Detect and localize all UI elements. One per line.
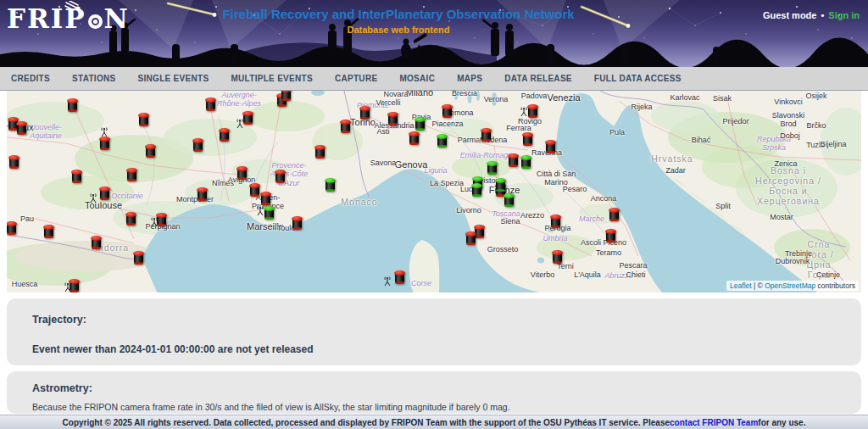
station-marker-red[interactable]: [527, 104, 538, 118]
contact-fripon-link[interactable]: contact FRIPON Team: [670, 418, 758, 427]
footer-text-pre: Copyright © 2025 All rights reserved. Da…: [63, 418, 670, 427]
sign-in-link[interactable]: Sign in: [828, 10, 860, 20]
attribution-suffix: contributors: [815, 281, 855, 290]
station-marker-red[interactable]: [481, 128, 492, 142]
footer-text-post: for any use.: [758, 418, 805, 427]
station-marker-red[interactable]: [16, 121, 27, 135]
nav-item-stations[interactable]: STATIONS: [72, 74, 115, 83]
station-marker-red[interactable]: [8, 155, 19, 169]
station-marker-red[interactable]: [550, 214, 561, 228]
footer: Copyright © 2025 All rights reserved. Da…: [0, 415, 868, 429]
page-subtitle: Database web frontend: [347, 25, 449, 35]
nav-item-multiple-events[interactable]: MULTIPLE EVENTS: [231, 74, 313, 83]
dot-separator: •: [821, 10, 824, 20]
station-marker-red[interactable]: [125, 212, 136, 226]
station-marker-red[interactable]: [197, 187, 208, 201]
station-marker-red[interactable]: [387, 112, 398, 125]
logo-ring-icon: [88, 14, 103, 29]
station-marker-red[interactable]: [205, 98, 216, 111]
map-attribution: Leaflet | © OpenStreetMap contributors: [726, 281, 859, 291]
page: FRIPN Fireball Recovery and InterPlaneta…: [0, 0, 868, 429]
trajectory-section: Trajectory: Event newer than 2024-01-01 …: [7, 298, 861, 365]
station-marker-green[interactable]: [487, 161, 498, 175]
station-marker-red[interactable]: [99, 136, 110, 150]
station-marker-red[interactable]: [219, 128, 230, 142]
station-marker-red[interactable]: [522, 132, 533, 146]
station-marker-red[interactable]: [552, 250, 563, 264]
station-marker-red[interactable]: [71, 170, 82, 183]
station-marker-red[interactable]: [314, 145, 326, 159]
main-navbar: CREDITSSTATIONSSINGLE EVENTSMULTIPLE EVE…: [0, 67, 868, 91]
fripon-logo[interactable]: FRIPN: [7, 3, 130, 34]
station-marker-red[interactable]: [508, 153, 519, 167]
station-marker-red[interactable]: [609, 208, 620, 221]
station-marker-red[interactable]: [281, 91, 292, 101]
station-marker-red[interactable]: [442, 104, 453, 118]
station-marker-red[interactable]: [394, 270, 405, 284]
station-marker-red[interactable]: [192, 138, 203, 152]
station-marker-red[interactable]: [242, 111, 253, 125]
station-marker-red[interactable]: [545, 140, 556, 153]
station-marker-red[interactable]: [340, 120, 351, 133]
header: FRIPN Fireball Recovery and InterPlaneta…: [0, 0, 868, 67]
station-marker-red[interactable]: [67, 98, 78, 112]
leaflet-link[interactable]: Leaflet: [730, 281, 752, 290]
logo-text-post: N: [104, 3, 130, 34]
station-marker-red[interactable]: [359, 106, 370, 120]
station-marker-red[interactable]: [145, 144, 156, 158]
nav-item-maps[interactable]: MAPS: [457, 74, 482, 83]
nav-item-credits[interactable]: CREDITS: [11, 74, 50, 83]
station-marker-red[interactable]: [7, 221, 17, 235]
logo-comet-icon: [64, 1, 86, 13]
page-title: Fireball Recovery and InterPlanetary Obs…: [222, 7, 574, 21]
station-marker-green[interactable]: [437, 134, 448, 148]
station-marker-red[interactable]: [69, 279, 80, 292]
station-marker-green[interactable]: [495, 178, 506, 192]
trajectory-heading: Trajectory:: [32, 314, 836, 326]
station-marker-red[interactable]: [91, 236, 102, 249]
station-marker-red[interactable]: [292, 216, 303, 230]
station-marker-red[interactable]: [409, 131, 420, 145]
station-marker-red[interactable]: [138, 113, 149, 126]
station-marker-red[interactable]: [605, 229, 616, 242]
stations-map[interactable]: Nouvelle- AquitaineAuvergne- Rhône-Alpes…: [7, 91, 861, 292]
station-marker-red[interactable]: [249, 183, 260, 197]
nav-item-mosaic[interactable]: MOSAIC: [399, 74, 435, 83]
station-marker-red[interactable]: [236, 166, 248, 180]
station-marker-green[interactable]: [504, 193, 515, 207]
station-marker-red[interactable]: [99, 187, 110, 200]
attribution-separator: | ©: [752, 281, 765, 290]
station-marker-red[interactable]: [126, 168, 137, 181]
trajectory-body: Event newer than 2024-01-01 00:00:00 are…: [32, 343, 836, 355]
nav-item-full-data-access[interactable]: FULL DATA ACCESS: [594, 74, 682, 83]
station-marker-red[interactable]: [156, 213, 167, 226]
station-marker-red[interactable]: [260, 192, 271, 205]
nav-item-single-events[interactable]: SINGLE EVENTS: [137, 74, 209, 83]
station-marker-red[interactable]: [275, 170, 286, 183]
account-area: Guest mode • Sign in: [763, 10, 860, 20]
astrometry-section: Astrometry: Because the FRIPON camera fr…: [7, 371, 861, 414]
station-marker-green[interactable]: [520, 155, 531, 169]
station-marker-red[interactable]: [43, 225, 54, 238]
astrometry-heading: Astrometry:: [32, 382, 836, 394]
station-marker-red[interactable]: [133, 251, 144, 265]
station-marker-green[interactable]: [471, 183, 482, 197]
station-marker-green[interactable]: [415, 117, 426, 131]
nav-item-data-release[interactable]: DATA RELEASE: [504, 74, 572, 83]
station-marker-red[interactable]: [465, 231, 476, 245]
nav-item-capture[interactable]: CAPTURE: [335, 74, 377, 83]
station-marker-green[interactable]: [325, 178, 336, 192]
station-marker-green[interactable]: [264, 206, 275, 220]
openstreetmap-link[interactable]: OpenStreetMap: [765, 281, 815, 290]
guest-mode-label: Guest mode: [763, 10, 817, 20]
astrometry-body: Because the FRIPON camera frame rate in …: [32, 402, 836, 412]
